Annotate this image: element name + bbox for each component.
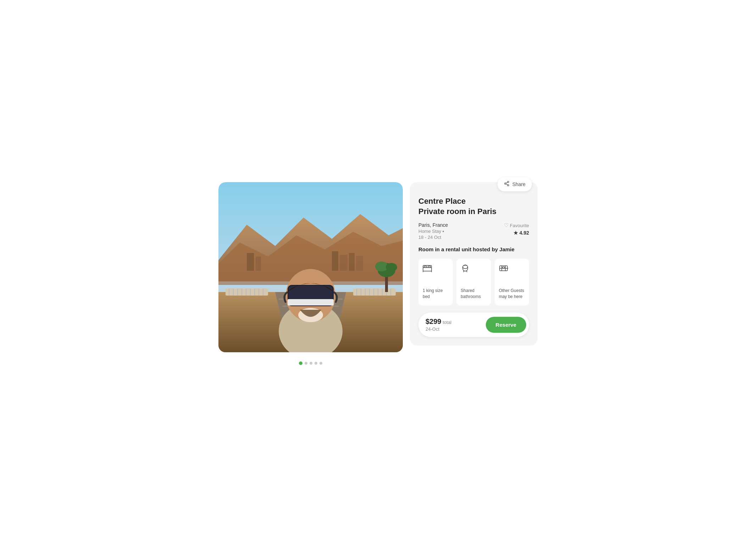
svg-rect-29 bbox=[353, 288, 396, 296]
hosted-by: Room in a rental unit hosted by Jamie bbox=[418, 246, 529, 253]
listing-card: Share Centre Place Private room in Paris… bbox=[218, 182, 538, 368]
carousel-dot-5[interactable] bbox=[319, 362, 322, 365]
share-button[interactable]: Share bbox=[497, 177, 532, 191]
guests-icon bbox=[499, 264, 525, 274]
carousel-dot-1[interactable] bbox=[299, 361, 302, 365]
svg-rect-47 bbox=[288, 299, 334, 305]
listing-type-row: Home Stay bbox=[418, 229, 448, 234]
svg-rect-55 bbox=[424, 266, 427, 268]
amenity-bed: 1 king size bed bbox=[418, 259, 453, 305]
svg-rect-11 bbox=[226, 288, 268, 296]
amenity-guests-label: Other Guests may be here bbox=[499, 288, 525, 300]
svg-rect-5 bbox=[256, 257, 261, 271]
svg-rect-6 bbox=[332, 251, 338, 271]
svg-rect-4 bbox=[247, 253, 254, 271]
svg-line-52 bbox=[506, 184, 507, 185]
carousel-dot-2[interactable] bbox=[305, 362, 307, 365]
svg-line-53 bbox=[506, 182, 507, 183]
listing-image bbox=[218, 182, 403, 354]
booking-bar: $299 total 24-Oct Reserve bbox=[418, 313, 529, 337]
share-label: Share bbox=[512, 181, 526, 187]
rating-value: 4.92 bbox=[519, 230, 529, 236]
info-card: Share Centre Place Private room in Paris… bbox=[410, 182, 538, 346]
price-date: 24-Oct bbox=[426, 326, 451, 332]
listing-type: Home Stay bbox=[418, 229, 441, 234]
listing-title: Centre Place Private room in Paris bbox=[418, 196, 529, 217]
svg-line-61 bbox=[467, 271, 467, 272]
listing-dates: 18 - 24 Oct bbox=[418, 235, 448, 240]
reserve-button[interactable]: Reserve bbox=[486, 317, 526, 333]
price-label: total bbox=[443, 320, 452, 325]
title-line1: Centre Place bbox=[418, 197, 466, 206]
meta-row: Paris, France Home Stay 18 - 24 Oct ♡ Fa… bbox=[418, 222, 529, 240]
svg-line-60 bbox=[463, 271, 464, 272]
svg-point-42 bbox=[386, 263, 397, 271]
carousel-dot-4[interactable] bbox=[315, 362, 317, 365]
amenity-guests: Other Guests may be here bbox=[495, 259, 529, 305]
carousel-dots bbox=[293, 359, 329, 368]
favourite-button[interactable]: ♡ Favourite bbox=[504, 222, 529, 229]
price-info: $299 total 24-Oct bbox=[426, 318, 451, 332]
amenity-bathroom: Shared bathrooms bbox=[456, 259, 491, 305]
star-icon: ★ bbox=[513, 230, 518, 236]
carousel-dot-3[interactable] bbox=[310, 362, 312, 365]
price-total: $299 total bbox=[426, 318, 451, 326]
amenity-bed-label: 1 king size bed bbox=[423, 288, 449, 300]
dot-separator bbox=[443, 231, 444, 232]
meta-left: Paris, France Home Stay 18 - 24 Oct bbox=[418, 222, 448, 240]
favourite-label: Favourite bbox=[510, 223, 529, 228]
svg-rect-7 bbox=[340, 255, 348, 271]
listing-location: Paris, France bbox=[418, 222, 448, 228]
svg-rect-56 bbox=[428, 266, 430, 268]
rating-row: ★ 4.92 bbox=[513, 230, 529, 236]
svg-rect-54 bbox=[423, 268, 432, 271]
heart-icon: ♡ bbox=[504, 222, 508, 229]
meta-right: ♡ Favourite ★ 4.92 bbox=[504, 222, 529, 236]
bathroom-icon bbox=[461, 264, 487, 274]
svg-rect-9 bbox=[356, 256, 363, 271]
title-line2: Private room in Paris bbox=[418, 207, 496, 216]
amenity-bathroom-label: Shared bathrooms bbox=[461, 288, 487, 300]
image-section bbox=[218, 182, 403, 368]
amenities-grid: 1 king size bed Shared bathrooms bbox=[418, 259, 529, 305]
svg-rect-8 bbox=[349, 253, 355, 271]
price-amount: $299 bbox=[426, 318, 441, 326]
svg-rect-69 bbox=[502, 267, 505, 268]
bed-icon bbox=[423, 264, 449, 274]
share-icon bbox=[504, 181, 510, 188]
